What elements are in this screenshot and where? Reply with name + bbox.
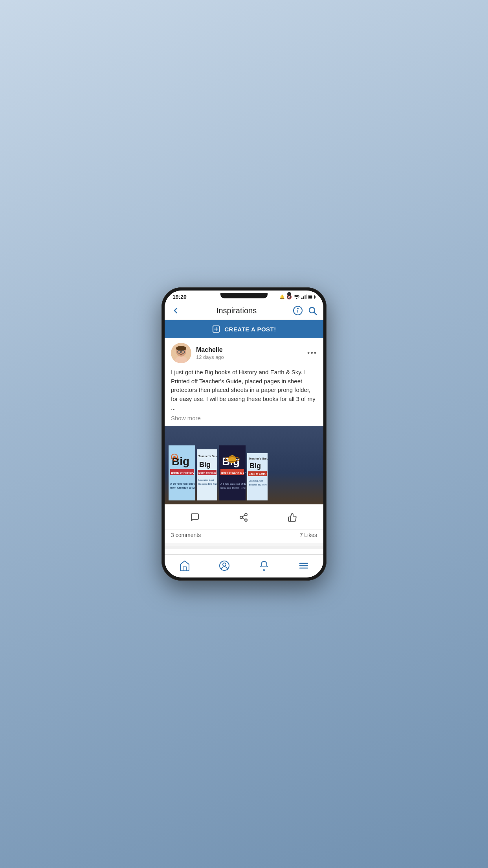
status-time: 19:20 [172, 294, 187, 300]
svg-text:Book of Earth+Sky: Book of Earth+Sky [249, 473, 268, 476]
post-time: 12 days ago [196, 354, 224, 360]
phone-notch [220, 293, 268, 298]
author-name: Machelle [196, 346, 224, 353]
svg-rect-20 [176, 348, 186, 350]
svg-rect-1 [301, 298, 303, 299]
svg-text:Book of History: Book of History [198, 471, 217, 474]
svg-text:Big: Big [199, 461, 211, 469]
book-earth-sky: Big Book of Earth & Sky A 6-fold-out cha… [219, 445, 246, 500]
post-text: I just got the Big books of History and … [165, 366, 323, 426]
svg-text:A 6-fold-out chart of the: A 6-fold-out chart of the [220, 483, 246, 485]
svg-rect-7 [309, 295, 312, 298]
svg-text:Teacher's Guide: Teacher's Guide [249, 457, 268, 460]
svg-rect-47 [247, 453, 268, 500]
signal-icon [301, 294, 307, 299]
nav-notifications-button[interactable] [252, 559, 276, 573]
header: Inspirations [165, 302, 323, 320]
svg-text:Big: Big [250, 462, 261, 470]
alarm-icon: 🔔 [279, 294, 285, 300]
svg-line-57 [242, 518, 245, 520]
content-area: Machelle 12 days ago ••• I just got the … [165, 338, 323, 554]
svg-text:A 16 foot fold-out timeline: A 16 foot fold-out timeline [170, 482, 195, 485]
post-image: Big Book of History A 16 foot fold-out t… [165, 426, 323, 504]
svg-text:Solar and Stellar Hemispheres: Solar and Stellar Hemispheres [220, 487, 246, 489]
svg-rect-3 [305, 295, 306, 299]
post-card: Machelle 12 days ago ••• I just got the … [165, 338, 323, 543]
post-menu-button[interactable]: ••• [307, 349, 317, 357]
battery-icon [308, 295, 316, 299]
post-stats: 3 comments 7 Likes [165, 529, 323, 543]
svg-text:Book of History: Book of History [171, 471, 194, 474]
svg-text:Became BIG Fun!: Became BIG Fun! [198, 483, 217, 485]
svg-line-12 [314, 313, 317, 315]
svg-text:from Creation to Modern Countr: from Creation to Modern Countries [170, 486, 195, 489]
book-history-guide: Teacher's Guide Big Book of History Lear… [197, 449, 217, 500]
post-author-info: Machelle 12 days ago [171, 343, 224, 363]
phone-frame: 19:20 🔔 🔇 [161, 287, 327, 581]
svg-text:Learning Just: Learning Just [198, 479, 214, 481]
page-title: Inspirations [216, 306, 257, 315]
post-actions [165, 506, 323, 529]
comment-section: 📚 Anna W. - MB Coach The books are just … [165, 546, 323, 554]
svg-rect-2 [303, 296, 304, 299]
nav-menu-button[interactable] [292, 559, 316, 573]
wifi-icon [294, 294, 300, 299]
likes-count: 7 Likes [300, 532, 317, 538]
nav-home-button[interactable] [173, 559, 196, 573]
svg-text:Learning Just: Learning Just [249, 480, 263, 482]
bottom-nav [165, 554, 323, 577]
svg-point-0 [296, 298, 297, 299]
svg-point-64 [223, 563, 226, 566]
search-button[interactable] [308, 306, 317, 315]
svg-point-31 [173, 456, 176, 458]
comments-count: 3 comments [171, 532, 201, 538]
post-header: Machelle 12 days ago ••• [165, 338, 323, 366]
svg-text:Book of Earth & Sky: Book of Earth & Sky [221, 471, 246, 474]
post-body-text: I just got the Big books of History and … [171, 369, 316, 411]
books-illustration: Big Book of History A 16 foot fold-out t… [165, 426, 323, 504]
comment-button[interactable] [182, 510, 208, 525]
nav-profile-button[interactable] [213, 559, 236, 573]
phone-screen: 19:20 🔔 🔇 [165, 291, 323, 577]
svg-rect-6 [315, 296, 316, 298]
svg-rect-4 [306, 294, 307, 299]
avatar [171, 343, 191, 363]
svg-line-58 [242, 515, 245, 517]
back-button[interactable] [171, 306, 180, 315]
create-post-banner[interactable]: CREATE A POST! [165, 320, 323, 338]
book-history: Big Book of History A 16 foot fold-out t… [169, 445, 195, 500]
phone-camera [287, 292, 291, 296]
like-button[interactable] [280, 510, 306, 525]
create-post-label: CREATE A POST! [224, 326, 276, 333]
svg-text:Became BIG Fun!: Became BIG Fun! [249, 484, 267, 486]
show-more-link[interactable]: Show more [171, 414, 317, 423]
book-earth-guide: Teacher's Guide Big Book of Earth+Sky Le… [247, 453, 268, 500]
svg-text:Teacher's Guide: Teacher's Guide [198, 455, 217, 458]
info-button[interactable] [293, 305, 303, 316]
svg-point-10 [297, 308, 298, 309]
share-button[interactable] [231, 510, 257, 525]
status-icons: 🔔 🔇 [279, 294, 316, 300]
